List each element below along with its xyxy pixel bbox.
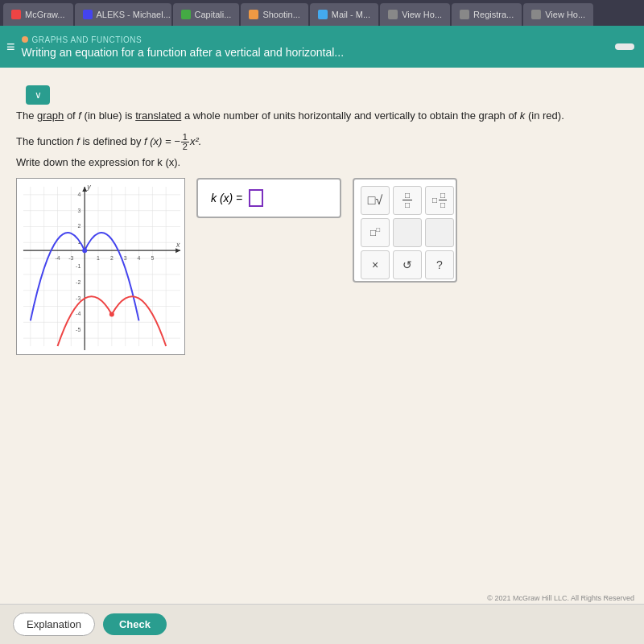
tab-label-mail: Mail - M... [332,10,370,19]
svg-point-45 [109,312,114,316]
multiply-symbol: × [372,258,378,271]
math-keyboard: □√ □ □ □□□ □□ [353,178,457,283]
tab-label-aleks: ALEKS - Michael... [97,10,171,19]
tab-shootin[interactable]: Shootin... [241,3,308,26]
multiply-key[interactable]: × [361,250,390,279]
tab-favicon-aleks [83,10,93,19]
tab-favicon-mcgraw [11,10,21,19]
orange-dot-icon [22,36,28,43]
svg-text:-4: -4 [55,255,60,261]
undo-icon: ↺ [402,258,412,271]
svg-text:4: 4 [77,192,80,197]
collapse-icon: ∨ [35,89,42,101]
text-mid3: is defined by [80,135,144,147]
sqrt-key[interactable]: □√ [361,186,390,215]
collapse-button[interactable]: ∨ [26,85,50,105]
svg-text:-1: -1 [76,263,80,269]
frac-numerator: 1 [181,133,189,142]
tab-label-viewho2: View Ho... [545,10,585,19]
text-x2: x². [190,135,201,147]
empty-key1 [393,218,422,247]
problem-line2: The function f is defined by f (x) = −12… [16,133,628,151]
answer-cursor[interactable] [249,189,263,207]
explanation-button[interactable]: Explanation [13,613,95,636]
svg-point-44 [82,248,87,253]
tab-favicon-mail [318,10,328,19]
tab-viewho2[interactable]: View Ho... [523,3,593,26]
tab-label-mcgraw: McGraw... [25,10,65,19]
svg-text:-2: -2 [76,279,80,285]
frac-denominator: 2 [181,142,189,151]
tab-label-registra: Registra... [473,10,514,19]
svg-text:1: 1 [97,255,100,261]
tab-favicon-shootin [249,10,258,19]
undo-key[interactable]: ↺ [393,250,422,279]
tab-favicon-capitali [181,10,191,19]
text-pre-graph: The [16,109,37,122]
power-key[interactable]: □□ [361,218,390,247]
tab-capitali[interactable]: Capitali... [173,3,240,26]
tab-viewho1[interactable]: View Ho... [380,3,450,26]
answer-box[interactable]: k (x) = [196,178,341,218]
hamburger-icon[interactable]: ≡ [6,39,15,56]
svg-text:4: 4 [138,255,141,261]
text-end1: a whole number of units horizontally and… [181,109,520,122]
text-graph: graph [37,109,64,122]
tab-mail[interactable]: Mail - M... [310,3,378,26]
tab-favicon-viewho1 [388,10,398,19]
text-mid2: (in blue) is [81,109,135,122]
text-fx: f (x) = − [144,135,180,147]
footer-copyright: © 2021 McGraw Hill LLC. All Rights Reser… [487,594,634,602]
svg-text:2: 2 [110,255,114,261]
fraction-display: 12 [181,133,189,151]
mixed-fraction-key[interactable]: □□□ [425,186,454,215]
tab-label-shootin: Shootin... [262,10,299,19]
svg-text:y: y [86,183,91,191]
content-area: ∨ The graph of f (in blue) is translated… [0,68,644,644]
problem-line1: The graph of f (in blue) is translated a… [16,108,628,125]
tab-registra[interactable]: Registra... [452,3,522,26]
tab-mcgraw[interactable]: McGraw... [3,3,73,26]
text-translated: translated [135,109,181,122]
text-end2: (in red). [525,109,564,122]
answer-label: k (x) = [211,192,242,204]
header-bar: ≡ GRAPHS AND FUNCTIONS Writing an equati… [0,26,644,68]
text-pre-f: The function [16,135,76,147]
svg-text:3: 3 [124,255,127,261]
svg-text:3: 3 [77,207,80,213]
tab-label-capitali: Capitali... [195,10,232,19]
fraction-key[interactable]: □ □ [393,186,422,215]
graph-svg: x y -4 -3 1 2 3 4 5 4 3 2 1 [17,179,184,354]
svg-text:-3: -3 [68,255,73,261]
main-area: ≡ GRAPHS AND FUNCTIONS Writing an equati… [0,26,644,644]
svg-text:-5: -5 [76,327,80,332]
help-key[interactable]: ? [425,250,454,279]
tab-aleks[interactable]: ALEKS - Michael... [75,3,171,26]
tab-favicon-viewho2 [531,10,541,19]
header-text-group: GRAPHS AND FUNCTIONS Writing an equation… [22,35,609,59]
header-category: GRAPHS AND FUNCTIONS [22,35,609,44]
graph-container: x y -4 -3 1 2 3 4 5 4 3 2 1 [16,178,185,355]
svg-text:x: x [175,241,180,249]
svg-text:-4: -4 [76,311,80,316]
header-right-button[interactable] [615,43,634,50]
svg-text:2: 2 [77,223,80,229]
interactive-row: x y -4 -3 1 2 3 4 5 4 3 2 1 [16,178,628,355]
tab-favicon-registra [460,10,469,19]
empty-key2 [425,218,454,247]
svg-text:-3: -3 [76,295,80,300]
header-title: Writing an equation for a function after… [22,46,609,59]
bottom-bar: Explanation Check [0,604,644,644]
browser-tabs-bar: McGraw... ALEKS - Michael... Capitali...… [0,0,644,26]
text-mid1: of [64,109,78,122]
help-icon: ? [436,258,443,271]
problem-line3: Write down the expression for k (x). [16,156,628,168]
tab-label-viewho1: View Ho... [402,10,442,19]
category-label: GRAPHS AND FUNCTIONS [32,35,142,44]
svg-text:5: 5 [151,255,154,261]
check-button[interactable]: Check [103,613,167,635]
